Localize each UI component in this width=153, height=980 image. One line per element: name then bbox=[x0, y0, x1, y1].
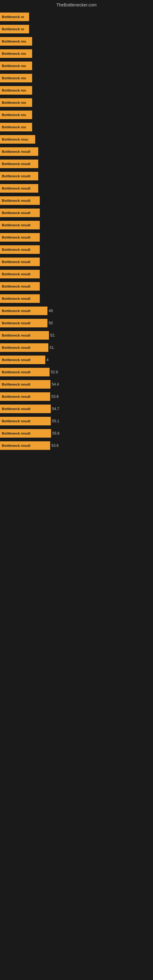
bar-label: Bottleneck re bbox=[0, 13, 29, 21]
bar-label: Bottleneck res bbox=[0, 123, 32, 131]
bar-row: Bottleneck result bbox=[0, 232, 153, 243]
bar-row: Bottleneck result55.6 bbox=[0, 428, 153, 439]
bar-label: Bottleneck result bbox=[0, 208, 40, 217]
bar-value: 54.4 bbox=[52, 382, 64, 387]
bar-label: Bottleneck result bbox=[0, 319, 48, 328]
bar-label: Bottleneck result bbox=[0, 147, 38, 156]
bar-row: Bottleneck result54.7 bbox=[0, 403, 153, 415]
bar-label: Bottleneck res bbox=[0, 111, 32, 119]
bar-label: Bottleneck result bbox=[0, 270, 40, 278]
bars-container: Bottleneck reBottleneck reBottleneck res… bbox=[0, 11, 153, 452]
bar-row: Bottleneck res bbox=[0, 72, 153, 84]
bar-label: Bottleneck result bbox=[0, 258, 40, 266]
bar-label: Bottleneck result bbox=[0, 184, 38, 192]
bar-label: Bottleneck result bbox=[0, 282, 40, 291]
bar-row: Bottleneck result49 bbox=[0, 305, 153, 317]
bar-row: Bottleneck result bbox=[0, 244, 153, 255]
bar-row: Bottleneck res bbox=[0, 97, 153, 108]
bar-label: Bottleneck result bbox=[0, 233, 40, 242]
bar-row: Bottleneck result bbox=[0, 207, 153, 219]
bar-row: Bottleneck res bbox=[0, 48, 153, 59]
bar-label: Bottleneck result bbox=[0, 221, 40, 229]
bar-label: Bottleneck result bbox=[0, 380, 51, 389]
bar-label: Bottleneck re bbox=[0, 25, 29, 33]
bar-row: Bottleneck result52. bbox=[0, 329, 153, 341]
bar-label: Bottleneck result bbox=[0, 404, 51, 413]
bar-value: 55.1 bbox=[52, 419, 64, 423]
bar-value: 52. bbox=[50, 333, 62, 337]
bar-label: Bottleneck res bbox=[0, 74, 32, 83]
bar-row: Bottleneck result bbox=[0, 256, 153, 268]
bar-row: Bottleneck result bbox=[0, 183, 153, 194]
bar-value: 53.6 bbox=[51, 444, 64, 448]
bar-label: Bottleneck result bbox=[0, 331, 49, 340]
bar-label: Bottleneck result bbox=[0, 245, 40, 254]
site-title: TheBottlenecker.com bbox=[0, 0, 153, 11]
bar-value: 52.6 bbox=[51, 370, 63, 374]
bar-row: Bottleneck resu bbox=[0, 134, 153, 145]
bar-value: 51. bbox=[49, 345, 62, 350]
bar-label: Bottleneck result bbox=[0, 196, 40, 205]
bar-label: Bottleneck res bbox=[0, 98, 32, 107]
bar-label: Bottleneck result bbox=[0, 392, 50, 401]
bar-row: Bottleneck result51. bbox=[0, 342, 153, 353]
bar-row: Bottleneck result bbox=[0, 158, 153, 170]
bar-label: Bottleneck result bbox=[0, 429, 51, 438]
bar-label: Bottleneck result bbox=[0, 368, 49, 376]
bar-value: 50 bbox=[49, 321, 61, 325]
bar-label: Bottleneck result bbox=[0, 307, 48, 315]
bar-row: Bottleneck result bbox=[0, 146, 153, 158]
bar-label: Bottleneck res bbox=[0, 37, 32, 46]
bar-value: 54.7 bbox=[52, 407, 64, 411]
bar-label: Bottleneck result bbox=[0, 294, 40, 303]
bar-row: Bottleneck result50 bbox=[0, 317, 153, 329]
bar-label: Bottleneck result bbox=[0, 417, 51, 425]
bar-row: Bottleneck re bbox=[0, 23, 153, 35]
bar-row: Bottleneck res bbox=[0, 60, 153, 72]
bar-value: 4 bbox=[46, 358, 59, 362]
bar-row: Bottleneck result bbox=[0, 195, 153, 207]
bar-row: Bottleneck res bbox=[0, 35, 153, 47]
bar-row: Bottleneck res bbox=[0, 109, 153, 121]
bar-label: Bottleneck result bbox=[0, 356, 45, 364]
bar-label: Bottleneck result bbox=[0, 172, 38, 180]
bar-label: Bottleneck result bbox=[0, 159, 38, 168]
bar-row: Bottleneck result bbox=[0, 280, 153, 292]
bar-row: Bottleneck result bbox=[0, 170, 153, 182]
bar-row: Bottleneck result4 bbox=[0, 354, 153, 366]
bar-label: Bottleneck resu bbox=[0, 135, 35, 144]
bar-value: 55.6 bbox=[52, 431, 65, 436]
bar-row: Bottleneck re bbox=[0, 11, 153, 23]
bar-label: Bottleneck result bbox=[0, 441, 50, 450]
bar-row: Bottleneck result54.4 bbox=[0, 379, 153, 390]
bar-row: Bottleneck result bbox=[0, 219, 153, 231]
bar-value: 53.8 bbox=[51, 395, 64, 399]
bar-value: 49 bbox=[49, 309, 61, 313]
bar-row: Bottleneck res bbox=[0, 121, 153, 133]
bar-label: Bottleneck res bbox=[0, 49, 32, 58]
bar-label: Bottleneck res bbox=[0, 86, 32, 95]
bar-label: Bottleneck res bbox=[0, 62, 32, 70]
bar-row: Bottleneck result55.1 bbox=[0, 415, 153, 427]
bar-row: Bottleneck result bbox=[0, 268, 153, 280]
bar-row: Bottleneck res bbox=[0, 84, 153, 96]
bar-label: Bottleneck result bbox=[0, 343, 48, 352]
bar-row: Bottleneck result53.6 bbox=[0, 440, 153, 452]
bar-row: Bottleneck result53.8 bbox=[0, 391, 153, 402]
bar-row: Bottleneck result52.6 bbox=[0, 366, 153, 378]
bar-row: Bottleneck result bbox=[0, 293, 153, 304]
